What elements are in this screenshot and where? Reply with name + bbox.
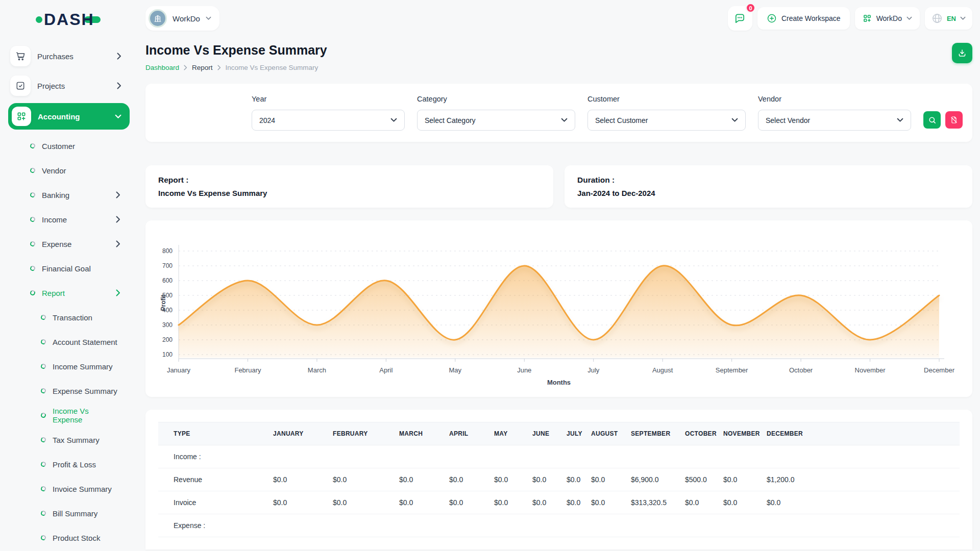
sidebar-item-label: Projects [37, 82, 117, 90]
filter-label: Category [417, 95, 575, 103]
breadcrumb-item-income-vs-expense-summary: Income Vs Expense Summary [226, 64, 318, 71]
sidebar-item-tax-summary[interactable]: Tax Summary [8, 428, 130, 452]
chevron-down-icon [561, 118, 568, 122]
sidebar-item-vendor[interactable]: Vendor [8, 158, 130, 183]
sidebar-item-label: Vendor [42, 166, 66, 175]
plus-circle-icon [767, 13, 777, 23]
sidebar-item-label: Expense [42, 240, 71, 248]
topbar: WorkDo 0 Create Workspace WorkDo [145, 6, 972, 31]
table-row: Revenue$0.0$0.0$0.0$0.0$0.0$0.0$0.0$0.0$… [158, 468, 960, 491]
chevron-down-icon [906, 16, 912, 20]
sidebar-item-customer[interactable]: Customer [8, 134, 130, 158]
table-cell: $0.0 [532, 468, 567, 491]
x-tick-label: June [517, 366, 531, 374]
filter-label: Customer [587, 95, 746, 103]
duration-summary-card: Duration : Jan-2024 to Dec-2024 [565, 165, 972, 208]
chevron-down-icon [731, 118, 738, 122]
column-header: APRIL [449, 422, 494, 445]
sidebar-item-label: Financial Goal [42, 264, 91, 273]
filter-label: Vendor [758, 95, 911, 103]
table-section-header: Expense : [158, 514, 960, 537]
chevron-right-icon [217, 65, 221, 70]
sidebar-item-profit-loss[interactable]: Profit & Loss [8, 452, 130, 477]
main-content: WorkDo 0 Create Workspace WorkDo [145, 6, 980, 549]
customer-select[interactable]: Select Customer [587, 110, 746, 131]
filter-groups: Year2024CategorySelect CategoryCustomerS… [252, 95, 911, 131]
year-select[interactable]: 2024 [252, 110, 405, 131]
x-tick-label: September [716, 366, 748, 374]
sidebar-item-bill-summary[interactable]: Bill Summary [8, 501, 130, 525]
topbar-actions: 0 Create Workspace WorkDo EN [728, 6, 972, 31]
vendor-select[interactable]: Select Vendor [758, 110, 911, 131]
category-select[interactable]: Select Category [417, 110, 575, 131]
table-cell: $0.0 [767, 491, 960, 514]
sidebar-top-nav: PurchasesProjects [8, 44, 138, 98]
chevron-down-icon [897, 118, 903, 122]
sidebar-item-projects[interactable]: Projects [8, 73, 130, 98]
table-cell: $1,200.0 [767, 468, 960, 491]
sidebar-item-label: Report [42, 289, 65, 297]
filter-group-vendor: VendorSelect Vendor [758, 95, 911, 131]
sidebar-item-label: Bill Summary [53, 509, 97, 518]
sidebar-item-income-vs-expense[interactable]: Income Vs Expense [8, 403, 130, 428]
sidebar-item-label: Product Stock [53, 534, 100, 542]
sidebar-item-accounting[interactable]: Accounting [8, 103, 130, 130]
table-cell: $0.0 [567, 491, 591, 514]
filter-spacer [158, 95, 239, 131]
sidebar-item-financial-goal[interactable]: Financial Goal [8, 256, 130, 281]
bullet-icon [30, 241, 36, 247]
report-value: Income Vs Expense Summary [158, 189, 541, 197]
sidebar-item-product-stock[interactable]: Product Stock [8, 525, 130, 550]
table-cell: $0.0 [723, 468, 767, 491]
language-selector[interactable]: EN [925, 7, 972, 30]
reset-filter-button[interactable] [945, 111, 963, 129]
bullet-icon [30, 167, 36, 173]
x-tick-label: February [234, 366, 261, 374]
row-type-cell: Revenue [158, 468, 273, 491]
sidebar-item-invoice-summary[interactable]: Invoice Summary [8, 477, 130, 501]
sidebar-item-label: Income Summary [53, 362, 113, 371]
download-button[interactable] [952, 43, 972, 63]
download-icon [958, 48, 967, 58]
duration-label: Duration : [577, 176, 960, 185]
app-logo[interactable]: DASH [36, 9, 138, 30]
bullet-icon [30, 216, 36, 222]
workspace-selector[interactable]: WorkDo [145, 6, 219, 31]
table-cell: $0.0 [449, 468, 494, 491]
workspace-name: WorkDo [173, 14, 200, 23]
sidebar-item-transaction[interactable]: Transaction [8, 305, 130, 330]
sidebar-item-income[interactable]: Income [8, 207, 130, 232]
sidebar-item-expense-summary[interactable]: Expense Summary [8, 379, 130, 403]
apply-filter-button[interactable] [923, 111, 941, 129]
chevron-right-icon [117, 53, 121, 60]
chevron-right-icon [116, 191, 120, 198]
table-section-row: Expense : [158, 514, 960, 537]
sidebar-item-label: Accounting [38, 112, 115, 121]
sidebar-item-account-statement[interactable]: Account Statement [8, 330, 130, 354]
x-tick-label: July [587, 366, 600, 374]
language-code: EN [947, 15, 956, 22]
sidebar-item-income-summary[interactable]: Income Summary [8, 354, 130, 379]
breadcrumb-item-report: Report [192, 64, 213, 71]
sidebar-item-banking[interactable]: Banking [8, 183, 130, 207]
create-workspace-button[interactable]: Create Workspace [757, 7, 850, 30]
duration-value: Jan-2024 to Dec-2024 [577, 189, 960, 197]
table-cell: $0.0 [494, 491, 532, 514]
bullet-icon [40, 461, 46, 467]
summary-row: Report : Income Vs Expense Summary Durat… [145, 165, 972, 208]
bullet-icon [40, 535, 46, 541]
column-header: MARCH [399, 422, 449, 445]
sidebar: DASH PurchasesProjects Accounting Custom… [0, 0, 138, 551]
workdo-menu-button[interactable]: WorkDo [855, 7, 920, 30]
sidebar-item-purchases[interactable]: Purchases [8, 44, 130, 68]
sidebar-item-report[interactable]: Report [8, 281, 130, 305]
messages-button[interactable]: 0 [728, 6, 752, 31]
table-cell: $500.0 [685, 468, 723, 491]
page-header: Income Vs Expense Summary DashboardRepor… [145, 43, 972, 71]
table-section-header: Income : [158, 445, 960, 468]
sidebar-item-expense[interactable]: Expense [8, 232, 130, 256]
filter-card: Year2024CategorySelect CategoryCustomerS… [145, 84, 972, 142]
selected-value: Select Vendor [766, 116, 810, 124]
table-cell: $0.0 [399, 491, 449, 514]
breadcrumb-item-dashboard[interactable]: Dashboard [145, 64, 179, 71]
